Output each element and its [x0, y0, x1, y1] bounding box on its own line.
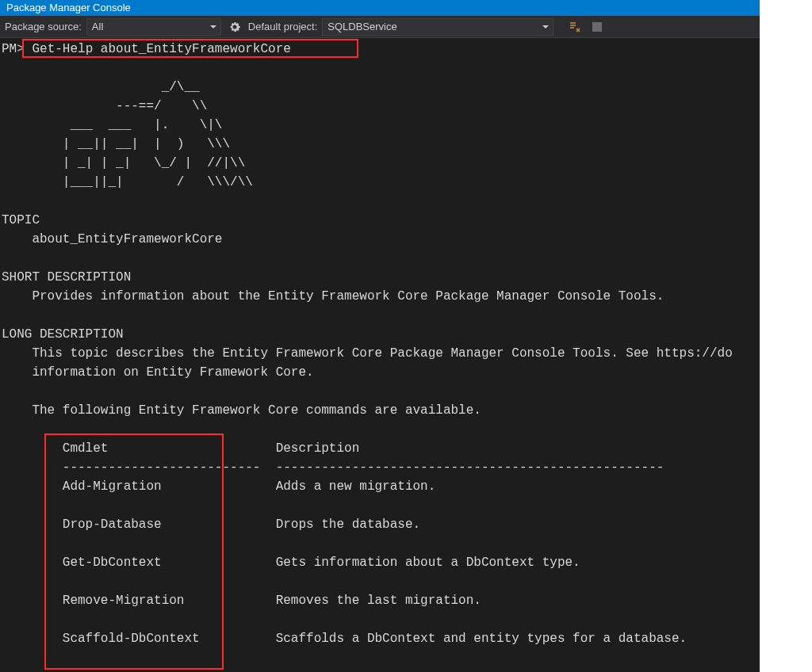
cmdlet-divider: -------------------------- -------------… [2, 460, 664, 475]
toolbar: Package source: All Default project: SQL… [0, 16, 812, 38]
command-text: Get-Help about_EntityFrameworkCore [32, 42, 290, 56]
gear-icon [228, 21, 241, 33]
prompt: PM> [2, 42, 25, 56]
long-desc-header: LONG DESCRIPTION [2, 327, 124, 342]
stop-button[interactable] [588, 18, 606, 36]
long-desc-p1: This topic describes the Entity Framewor… [2, 346, 733, 361]
right-margin [760, 0, 812, 672]
cmd-row-2: Get-DbContext Gets information about a D… [2, 556, 580, 570]
stop-icon [592, 22, 602, 32]
cmd-row-0: Add-Migration Adds a new migration. [2, 479, 435, 494]
topic-value: about_EntityFrameworkCore [2, 232, 222, 246]
package-source-label: Package source: [5, 21, 82, 32]
cmd-row-4: Scaffold-DbContext Scaffolds a DbContext… [2, 632, 687, 646]
short-desc-header: SHORT DESCRIPTION [2, 270, 131, 284]
package-source-value: All [92, 21, 103, 32]
package-source-dropdown[interactable]: All [86, 18, 221, 36]
clear-console-button[interactable] [566, 18, 584, 36]
topic-header: TOPIC [2, 213, 40, 227]
default-project-dropdown[interactable]: SQLDBService [322, 18, 553, 36]
long-desc-p3: The following Entity Framework Core comm… [2, 403, 481, 418]
title-bar: Package Manager Console [0, 0, 812, 16]
window-title: Package Manager Console [6, 2, 131, 13]
cmdlet-header: Cmdlet Description [2, 441, 359, 456]
console-output[interactable]: PM> Get-Help about_EntityFrameworkCore _… [0, 38, 812, 672]
cmd-row-3: Remove-Migration Removes the last migrat… [2, 594, 481, 608]
default-project-label: Default project: [248, 21, 317, 32]
ascii-art: _/\__ ---==/ \\ ___ ___ |. \|\ | __|| __… [2, 80, 253, 189]
settings-button[interactable] [226, 18, 243, 36]
cmd-row-1: Drop-Database Drops the database. [2, 517, 420, 532]
long-desc-p2: information on Entity Framework Core. [2, 365, 314, 380]
default-project-value: SQLDBService [327, 21, 396, 32]
clear-icon [569, 21, 581, 33]
short-desc-value: Provides information about the Entity Fr… [2, 289, 664, 304]
